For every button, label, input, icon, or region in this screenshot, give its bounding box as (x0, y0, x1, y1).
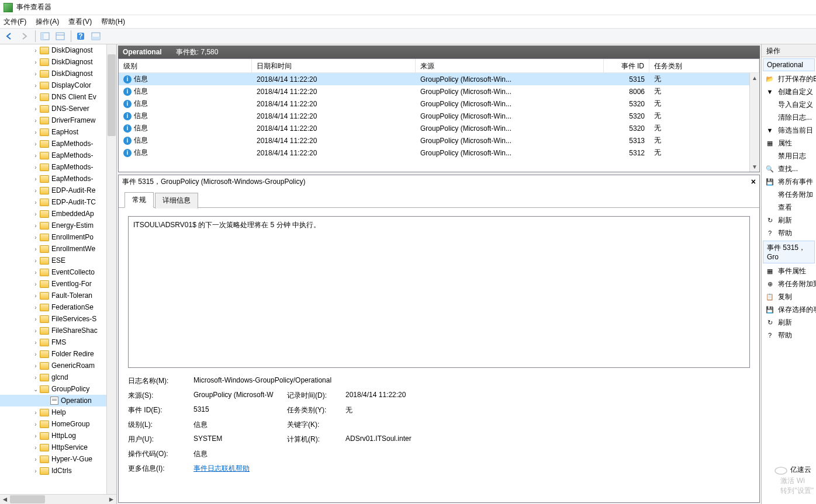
expand-icon[interactable]: › (32, 164, 40, 171)
expand-icon[interactable]: › (32, 187, 40, 194)
tree-item[interactable]: ›EapHost (0, 126, 116, 138)
tree-horizontal-scrollbar[interactable]: ◄ ► (0, 494, 116, 504)
expand-icon[interactable]: › (32, 468, 40, 474)
col-level[interactable]: 级别 (119, 59, 252, 72)
show-tree-button[interactable] (38, 29, 52, 43)
table-row[interactable]: i信息2018/4/14 11:22:20GroupPolicy (Micros… (119, 98, 759, 110)
tree-item[interactable]: ›HttpLog (0, 430, 116, 442)
action-item[interactable]: ↻刷新 (762, 214, 816, 227)
expand-icon[interactable]: › (32, 246, 40, 252)
tree-item[interactable]: ›Eventlog-For (0, 278, 116, 290)
expand-icon[interactable]: › (32, 339, 40, 346)
tree-item[interactable]: ›DriverFramew (0, 114, 116, 126)
action-item[interactable]: 查看 (762, 201, 816, 214)
menu-view[interactable]: 查看(V) (68, 17, 92, 27)
expand-icon[interactable]: › (32, 59, 40, 65)
tree-item[interactable]: ›Hyper-V-Gue (0, 453, 116, 465)
expand-icon[interactable]: › (32, 129, 40, 135)
menu-action[interactable]: 操作(A) (36, 17, 59, 27)
table-row[interactable]: i信息2018/4/14 11:22:20GroupPolicy (Micros… (119, 73, 759, 85)
menu-file[interactable]: 文件(F) (4, 17, 26, 27)
expand-icon[interactable]: › (32, 199, 40, 206)
expand-icon[interactable]: › (32, 374, 40, 381)
expand-icon[interactable]: › (32, 269, 40, 276)
forward-button[interactable] (18, 29, 32, 43)
tab-general[interactable]: 常规 (125, 192, 154, 208)
tree-item[interactable]: ›EmbeddedAp (0, 208, 116, 220)
action-item[interactable]: ?帮助 (762, 227, 816, 239)
table-row[interactable]: i信息2018/4/14 11:22:20GroupPolicy (Micros… (119, 122, 759, 134)
expand-icon[interactable]: › (32, 444, 40, 451)
tree-item[interactable]: ›Folder Redire (0, 348, 116, 360)
expand-icon[interactable]: › (32, 141, 40, 147)
tree-item[interactable]: ›DisplayColor (0, 79, 116, 91)
tab-details[interactable]: 详细信息 (155, 193, 198, 208)
col-datetime[interactable]: 日期和时间 (252, 59, 416, 72)
action-item[interactable]: ▼创建自定义 (762, 85, 816, 98)
action-item[interactable]: 🔍查找... (762, 162, 816, 175)
preview-button[interactable] (89, 29, 103, 43)
tree-item[interactable]: ›IdCtrls (0, 465, 116, 477)
tree-item[interactable]: ›EnrollmentPo (0, 231, 116, 243)
properties-button[interactable] (53, 29, 67, 43)
action-item[interactable]: 导入自定义 (762, 98, 816, 111)
expand-icon[interactable]: › (32, 223, 40, 229)
expand-icon[interactable]: › (32, 47, 40, 54)
help-button[interactable]: ? (74, 29, 88, 43)
col-source[interactable]: 来源 (416, 59, 604, 72)
expand-icon[interactable]: › (32, 304, 40, 311)
tree-item[interactable]: ›HomeGroup (0, 418, 116, 430)
tree-item[interactable]: ›DNS Client Ev (0, 91, 116, 103)
action-item[interactable]: 禁用日志 (762, 150, 816, 162)
expand-icon[interactable]: › (32, 363, 40, 369)
expand-icon[interactable]: › (32, 94, 40, 100)
tree-item[interactable]: ›DiskDiagnost (0, 56, 116, 68)
action-item[interactable]: ▦属性 (762, 137, 816, 150)
action-item[interactable]: 💾将所有事件 (762, 175, 816, 188)
tree-item[interactable]: ›DNS-Server (0, 103, 116, 114)
expand-icon[interactable]: › (32, 176, 40, 182)
expand-icon[interactable]: › (32, 152, 40, 159)
expand-icon[interactable]: › (32, 106, 40, 112)
action-item[interactable]: 📋复制 (762, 290, 816, 303)
tree-item[interactable]: ›EventCollecto (0, 266, 116, 278)
expand-icon[interactable]: › (32, 456, 40, 463)
tree-item[interactable]: ›FileShareShac (0, 325, 116, 336)
tree-item[interactable]: ›GenericRoam (0, 360, 116, 371)
grid-body[interactable]: i信息2018/4/14 11:22:20GroupPolicy (Micros… (119, 73, 759, 172)
tree-item[interactable]: ›ESE (0, 255, 116, 266)
scroll-right-icon[interactable]: ► (106, 495, 116, 504)
tree-item[interactable]: ›FileServices-S (0, 313, 116, 325)
menu-help[interactable]: 帮助(H) (101, 17, 125, 27)
action-item[interactable]: ↻刷新 (762, 316, 816, 329)
back-button[interactable] (2, 29, 16, 43)
expand-icon[interactable]: › (32, 281, 40, 287)
tree-item[interactable]: Operation (0, 395, 116, 406)
grid-vertical-scrollbar[interactable]: ▲ ▼ (749, 73, 759, 172)
tree-item[interactable]: ›Energy-Estim (0, 220, 116, 231)
tree-view[interactable]: ›DiskDiagnost›DiskDiagnost›DiskDiagnost›… (0, 44, 116, 494)
link-online-help[interactable]: 事件日志联机帮助 (193, 464, 250, 474)
tree-item[interactable]: ›EapMethods- (0, 161, 116, 173)
tree-item[interactable]: ›glcnd (0, 371, 116, 383)
tree-item[interactable]: ›EDP-Audit-Re (0, 185, 116, 196)
expand-icon[interactable]: › (32, 316, 40, 322)
tree-item[interactable]: ›EDP-Audit-TC (0, 196, 116, 208)
col-eventid[interactable]: 事件 ID (604, 59, 649, 72)
action-item[interactable]: ▦事件属性 (762, 265, 816, 277)
expand-icon[interactable]: › (32, 71, 40, 77)
tree-vertical-scrollbar[interactable] (106, 44, 116, 494)
scroll-up-icon[interactable]: ▲ (750, 73, 759, 83)
table-row[interactable]: i信息2018/4/14 11:22:20GroupPolicy (Micros… (119, 110, 759, 122)
expand-icon[interactable]: › (32, 421, 40, 427)
expand-icon[interactable]: › (32, 433, 40, 439)
expand-icon[interactable]: › (32, 82, 40, 89)
action-item[interactable]: 清除日志... (762, 111, 816, 124)
scroll-left-icon[interactable]: ◄ (0, 495, 10, 504)
action-item[interactable]: ⊕将任务附加到 (762, 277, 816, 290)
tree-item[interactable]: ›EapMethods- (0, 150, 116, 161)
expand-icon[interactable]: › (32, 409, 40, 416)
tree-item[interactable]: ›EnrollmentWe (0, 243, 116, 255)
action-item[interactable]: 将任务附加 (762, 188, 816, 201)
action-item[interactable]: ▼筛选当前日 (762, 124, 816, 137)
